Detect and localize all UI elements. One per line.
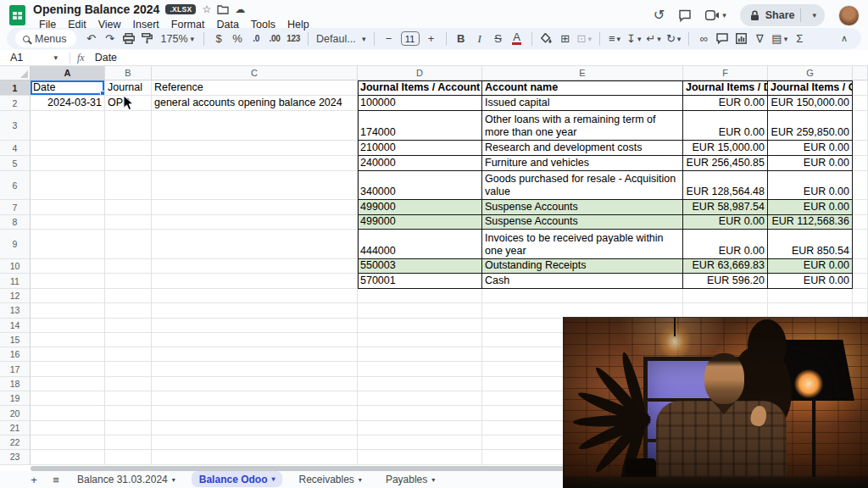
row-header-17[interactable]: 17 <box>0 362 31 376</box>
avatar[interactable] <box>838 5 860 26</box>
cell-D8[interactable]: 499000 <box>358 215 482 230</box>
column-header-A[interactable]: A <box>31 66 105 80</box>
cell-B5[interactable] <box>105 156 152 171</box>
cell-D6[interactable]: 340000 <box>358 171 482 200</box>
document-title[interactable]: Opening Balance 2024 <box>33 3 159 16</box>
comments-icon[interactable] <box>678 9 692 22</box>
cell-B16[interactable] <box>105 347 152 362</box>
cell-C22[interactable] <box>152 435 358 450</box>
row-header-20[interactable]: 20 <box>0 406 31 420</box>
video-overlay[interactable] <box>563 317 868 488</box>
cell-A12[interactable] <box>31 289 105 303</box>
bold-button[interactable]: B <box>453 30 470 47</box>
cell-D1[interactable]: Journal Items / Account <box>358 80 482 96</box>
cell-E4[interactable]: Research and development costs <box>482 141 683 156</box>
cell-C6[interactable] <box>152 171 358 200</box>
row-header-19[interactable]: 19 <box>0 391 31 406</box>
cell-A16[interactable] <box>31 347 105 362</box>
increase-decimals-button[interactable]: .00 <box>266 30 283 47</box>
cell-E12[interactable] <box>482 289 683 303</box>
cell-G2[interactable]: EUR 150,000.00 <box>768 96 853 111</box>
cell-C10[interactable] <box>152 259 358 274</box>
cloud-status-icon[interactable]: ☁ <box>235 3 245 15</box>
cell-E10[interactable]: Outstanding Receipts <box>482 259 683 274</box>
decrease-decimals-button[interactable]: .0 <box>248 30 264 47</box>
row-header-14[interactable]: 14 <box>0 319 31 333</box>
sheets-logo-icon[interactable] <box>8 4 26 26</box>
column-header-C[interactable]: C <box>152 66 358 80</box>
row-header-7[interactable]: 7 <box>0 200 31 215</box>
create-filter-button[interactable]: ∇ <box>751 30 768 47</box>
menus-search-button[interactable]: Menus <box>15 30 76 47</box>
cell-E6[interactable]: Goods purchased for resale - Acquisition… <box>482 171 683 200</box>
font-selector[interactable]: Defaul... ▾ <box>314 30 368 47</box>
cell-A19[interactable] <box>31 391 105 406</box>
cell-B17[interactable] <box>105 362 152 376</box>
cell-C21[interactable] <box>152 421 358 435</box>
cell-B20[interactable] <box>105 406 152 420</box>
cell-D18[interactable] <box>358 377 482 391</box>
cell-C2[interactable]: general accounts opening balance 2024 <box>152 96 358 111</box>
row-header-2[interactable]: 2 <box>0 96 31 111</box>
cell-A3[interactable] <box>31 111 105 141</box>
cell-G12[interactable] <box>768 289 853 303</box>
menu-data[interactable]: Data <box>210 18 244 31</box>
cell-C11[interactable] <box>152 274 358 289</box>
cell-C19[interactable] <box>152 391 358 406</box>
name-box[interactable]: A1 ▾ <box>10 52 63 64</box>
insert-link-button[interactable]: ∞ <box>695 30 712 47</box>
cell-E11[interactable]: Cash <box>482 274 683 289</box>
cell-C9[interactable] <box>152 230 358 259</box>
cell-F4[interactable]: EUR 15,000.00 <box>683 141 768 156</box>
formula-input[interactable]: Date <box>95 52 117 64</box>
cell-G1[interactable]: Journal Items / Credit <box>768 80 853 96</box>
cell-D23[interactable] <box>358 450 482 464</box>
row-header-8[interactable]: 8 <box>0 215 31 230</box>
cell-C18[interactable] <box>152 377 358 391</box>
cell-A7[interactable] <box>31 200 105 215</box>
cell-C1[interactable]: Reference <box>152 80 358 96</box>
row-header-13[interactable]: 13 <box>0 303 31 318</box>
cell-C7[interactable] <box>152 200 358 215</box>
sheet-tab-balance-odoo[interactable]: Balance Odoo▾ <box>192 471 283 487</box>
italic-button[interactable]: I <box>471 30 488 47</box>
select-all-corner[interactable] <box>0 66 31 80</box>
column-header-G[interactable]: G <box>768 66 853 80</box>
cell-B9[interactable] <box>105 230 152 259</box>
cell-D17[interactable] <box>358 362 482 376</box>
hide-toolbar-button[interactable]: ∧ <box>836 30 853 47</box>
vertical-align-button[interactable]: ↧ ▾ <box>625 30 643 47</box>
cell-D12[interactable] <box>358 289 482 303</box>
menu-insert[interactable]: Insert <box>127 18 165 31</box>
cell-C16[interactable] <box>152 347 358 362</box>
cell-C23[interactable] <box>152 450 358 464</box>
cell-B6[interactable] <box>105 171 152 200</box>
cell-A1[interactable]: Date <box>31 80 105 96</box>
paint-format-button[interactable] <box>139 30 156 47</box>
row-header-21[interactable]: 21 <box>0 421 31 435</box>
cell-F7[interactable]: EUR 58,987.54 <box>683 200 768 215</box>
row-header-22[interactable]: 22 <box>0 435 31 450</box>
cell-B2[interactable]: OPB <box>105 96 152 111</box>
cell-C4[interactable] <box>152 141 358 156</box>
cell-C20[interactable] <box>152 406 358 420</box>
cell-E7[interactable]: Suspense Accounts <box>482 200 683 215</box>
cell-B3[interactable] <box>105 111 152 141</box>
cell-D4[interactable]: 210000 <box>358 141 482 156</box>
filter-views-button[interactable]: ▤ ▾ <box>770 30 789 47</box>
cell-G6[interactable]: EUR 0.00 <box>768 171 853 200</box>
cell-A10[interactable] <box>31 259 105 274</box>
row-header-3[interactable]: 3 <box>0 111 31 141</box>
star-icon[interactable]: ☆ <box>202 3 211 15</box>
decrease-font-size-button[interactable]: − <box>381 30 398 47</box>
cell-C8[interactable] <box>152 215 358 230</box>
cell-E13[interactable] <box>482 303 683 318</box>
sheet-tab-balance-31-03-2024[interactable]: Balance 31.03.2024▾ <box>70 471 183 488</box>
cell-F13[interactable] <box>683 303 768 318</box>
cell-E9[interactable]: Invoices to be received payable within o… <box>482 230 683 259</box>
row-header-10[interactable]: 10 <box>0 259 31 274</box>
cell-F6[interactable]: EUR 128,564.48 <box>683 171 768 200</box>
add-sheet-button[interactable]: + <box>25 474 42 486</box>
cell-D22[interactable] <box>358 435 482 450</box>
cell-B15[interactable] <box>105 333 152 347</box>
